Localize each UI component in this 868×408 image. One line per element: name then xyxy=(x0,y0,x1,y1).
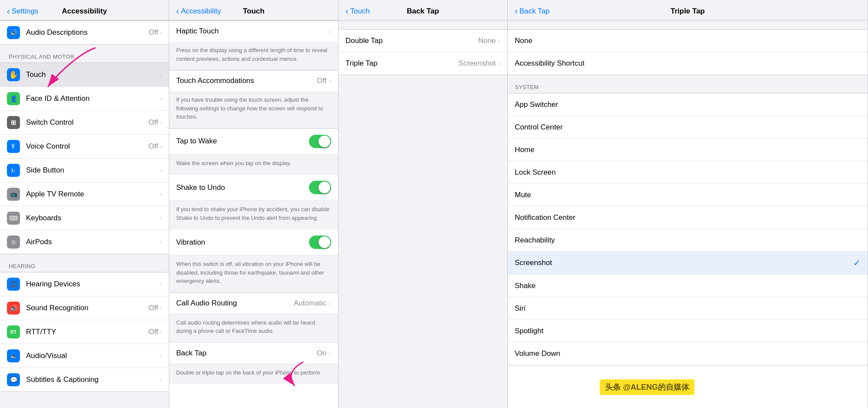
hearing-group: 🎧 Hearing Devices › 🔊 Sound Recognition … xyxy=(0,272,169,392)
haptic-touch-label: Haptic Touch xyxy=(176,27,329,36)
home-label: Home xyxy=(515,146,861,154)
mute-label: Mute xyxy=(515,191,861,199)
hearing-devices-label: Hearing Devices xyxy=(26,280,160,289)
notification-center-option[interactable]: Notification Center xyxy=(508,206,868,229)
vibration-row[interactable]: Vibration xyxy=(169,229,338,255)
call-audio-section: Call Audio Routing Automatic › Call audi… xyxy=(169,293,338,342)
mute-option[interactable]: Mute xyxy=(508,184,868,206)
audiovisual-row[interactable]: 🔈 Audio/Visual › xyxy=(0,344,169,368)
touch-accommodations-row[interactable]: Touch Accommodations Off › xyxy=(169,70,338,91)
back-tap-back-button[interactable]: ‹ Back Tap xyxy=(515,7,549,16)
call-audio-routing-row[interactable]: Call Audio Routing Automatic › xyxy=(169,293,338,314)
vibration-toggle[interactable] xyxy=(309,236,331,249)
touch-accommodations-description: If you have trouble using the touch scre… xyxy=(169,91,338,128)
audio-descriptions-group: 🔊 Audio Descriptions Off › xyxy=(0,20,169,45)
subtitles-content: Subtitles & Captioning xyxy=(26,375,160,384)
voice-control-label: Voice Control xyxy=(26,142,148,151)
tap-to-wake-row[interactable]: Tap to Wake xyxy=(169,129,338,155)
siri-option[interactable]: Siri xyxy=(508,297,868,320)
touch-row[interactable]: ✋ Touch › xyxy=(0,63,169,87)
switch-control-content: Switch Control xyxy=(26,118,148,127)
reachability-label: Reachability xyxy=(515,236,861,245)
home-option[interactable]: Home xyxy=(508,139,868,161)
panel4-header: ‹ Back Tap Triple Tap xyxy=(508,0,868,20)
accessibility-shortcut-option[interactable]: Accessibility Shortcut xyxy=(508,52,868,75)
lock-screen-option[interactable]: Lock Screen xyxy=(508,161,868,184)
shake-to-undo-toggle[interactable] xyxy=(309,181,331,194)
none-option-label: None xyxy=(515,36,861,45)
vibration-section: Vibration When this switch is off, all v… xyxy=(169,229,338,292)
control-center-option[interactable]: Control Center xyxy=(508,116,868,139)
audiovisual-chevron-icon: › xyxy=(160,352,162,359)
side-button-row[interactable]: 1↑ Side Button › xyxy=(0,159,169,182)
appletv-row[interactable]: 📺 Apple TV Remote › xyxy=(0,182,169,206)
physical-motor-header: PHYSICAL AND MOTOR xyxy=(0,45,169,63)
rtt-value: Off › xyxy=(148,328,162,336)
rtt-content: RTT/TTY xyxy=(26,328,148,336)
subtitles-value: › xyxy=(160,376,162,383)
appletv-chevron-icon: › xyxy=(160,191,162,198)
keyboards-content: Keyboards xyxy=(26,214,160,222)
rtt-label: RTT/TTY xyxy=(26,328,148,336)
none-option[interactable]: None xyxy=(508,30,868,52)
appletv-icon: 📺 xyxy=(7,188,20,201)
subtitles-chevron-icon: › xyxy=(160,376,162,383)
app-switcher-label: App Switcher xyxy=(515,100,861,109)
accessibility-back-button[interactable]: ‹ Accessibility xyxy=(176,7,221,16)
touch-accommodations-value: Off xyxy=(317,76,326,85)
settings-back-button[interactable]: ‹ Settings xyxy=(7,7,38,16)
tap-to-wake-description: Wake the screen when you tap on the disp… xyxy=(169,155,338,175)
touch-back-button[interactable]: ‹ Touch xyxy=(345,7,370,16)
shake-option[interactable]: Shake xyxy=(508,275,868,297)
double-tap-row[interactable]: Double Tap None › xyxy=(339,30,507,52)
audio-descriptions-status: Off xyxy=(148,28,158,37)
spotlight-option[interactable]: Spotlight xyxy=(508,320,868,342)
subtitles-row[interactable]: 💬 Subtitles & Captioning › xyxy=(0,368,169,391)
haptic-touch-group: Haptic Touch › xyxy=(169,20,338,42)
audiovisual-value: › xyxy=(160,352,162,359)
toggles-group: Tap to Wake Wake the screen when you tap… xyxy=(169,128,338,292)
haptic-touch-row[interactable]: Haptic Touch › xyxy=(169,21,338,42)
touch-content: Touch xyxy=(26,70,160,79)
audiovisual-label: Audio/Visual xyxy=(26,352,160,360)
triple-tap-top-options: None Accessibility Shortcut xyxy=(508,29,868,75)
panel2-title: Touch xyxy=(243,7,265,16)
haptic-touch-description: Press on the display using a different l… xyxy=(169,42,338,70)
sound-recognition-label: Sound Recognition xyxy=(26,304,148,312)
screenshot-option[interactable]: Screenshot ✓ xyxy=(508,252,868,275)
switch-control-row[interactable]: ⊞ Switch Control Off › xyxy=(0,111,169,135)
subtitles-label: Subtitles & Captioning xyxy=(26,375,160,384)
vibration-description: When this switch is off, all vibration o… xyxy=(169,255,338,292)
sound-recognition-row[interactable]: 🔊 Sound Recognition Off › xyxy=(0,296,169,320)
back-label: Settings xyxy=(12,7,38,16)
airpods-row[interactable]: ◎ AirPods › xyxy=(0,230,169,254)
rtt-status: Off xyxy=(148,328,158,336)
triple-tap-row[interactable]: Triple Tap Screenshot › xyxy=(339,52,507,75)
back-tap-panel: ‹ Touch Back Tap Double Tap None › Tripl… xyxy=(339,0,508,408)
back-chevron-icon-2: ‹ xyxy=(176,6,179,16)
audio-descriptions-icon: 🔊 xyxy=(7,26,20,39)
side-button-chevron-icon: › xyxy=(160,167,162,174)
tap-to-wake-toggle[interactable] xyxy=(309,135,331,148)
keyboards-row[interactable]: ⌨ Keyboards › xyxy=(0,206,169,230)
audio-descriptions-row[interactable]: 🔊 Audio Descriptions Off › xyxy=(0,21,169,44)
call-audio-routing-chevron-icon: › xyxy=(329,300,331,307)
back-tap-label: Back Tap xyxy=(176,349,317,358)
rtt-row[interactable]: RT RTT/TTY Off › xyxy=(0,320,169,344)
call-audio-routing-label: Call Audio Routing xyxy=(176,299,294,308)
faceid-row[interactable]: 👤 Face ID & Attention › xyxy=(0,87,169,111)
panel3-title: Back Tap xyxy=(407,7,439,16)
side-button-label: Side Button xyxy=(26,166,160,175)
touch-label: Touch xyxy=(26,70,160,79)
back-label-4: Back Tap xyxy=(519,7,550,16)
shake-to-undo-row[interactable]: Shake to Undo xyxy=(169,174,338,201)
voice-control-row[interactable]: 🎙 Voice Control Off › xyxy=(0,135,169,159)
spotlight-label: Spotlight xyxy=(515,327,861,335)
system-section-header: SYSTEM xyxy=(508,75,868,93)
accessibility-shortcut-option-label: Accessibility Shortcut xyxy=(515,59,861,68)
audio-descriptions-value: Off › xyxy=(148,28,162,37)
app-switcher-option[interactable]: App Switcher xyxy=(508,93,868,116)
volume-down-option[interactable]: Volume Down xyxy=(508,342,868,365)
reachability-option[interactable]: Reachability xyxy=(508,229,868,252)
hearing-devices-row[interactable]: 🎧 Hearing Devices › xyxy=(0,272,169,296)
